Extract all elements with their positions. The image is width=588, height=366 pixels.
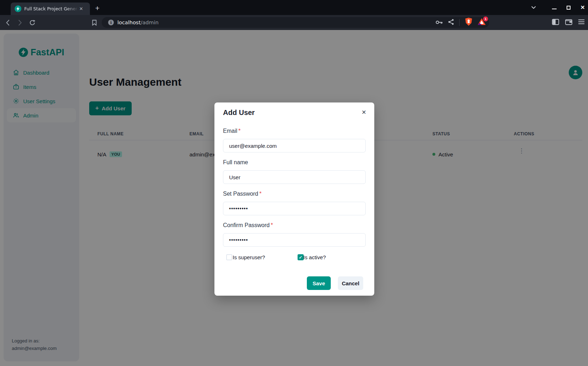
back-button-icon[interactable]: [2, 15, 14, 30]
modal-close-icon[interactable]: ✕: [359, 107, 369, 117]
confirm-password-field[interactable]: [223, 233, 366, 247]
required-asterisk: *: [271, 222, 273, 228]
email-field[interactable]: [223, 139, 366, 152]
browser-tab[interactable]: Full Stack Project Genera ✕: [11, 2, 90, 15]
window-maximize-button[interactable]: [565, 4, 572, 11]
fastapi-favicon-icon: [15, 5, 21, 12]
is-superuser-label: Is superuser?: [233, 254, 265, 260]
url-path: /admin: [141, 20, 158, 25]
tab-title: Full Stack Project Genera: [24, 6, 78, 11]
url-text[interactable]: localhost/admin: [117, 20, 158, 25]
window-minimize-button[interactable]: [551, 4, 557, 11]
menu-hamburger-icon[interactable]: [578, 19, 584, 26]
forward-button-icon[interactable]: [14, 15, 26, 30]
bookmark-icon[interactable]: [88, 15, 100, 30]
tab-search-chevron-icon[interactable]: [530, 4, 537, 11]
required-asterisk: *: [259, 191, 262, 197]
tab-strip: Full Stack Project Genera ✕ + ✕: [0, 0, 588, 15]
full-name-field[interactable]: [223, 170, 366, 184]
site-info-icon[interactable]: i: [108, 20, 114, 25]
brave-rewards-icon[interactable]: 1: [478, 18, 486, 27]
checkbox-row: Is superuser? ✓ Is active?: [214, 254, 374, 261]
address-bar[interactable]: i localhost/admin 1: [102, 17, 489, 28]
toolbar-divider: [459, 19, 460, 26]
is-active-label: Is active?: [303, 254, 326, 260]
is-superuser-checkbox[interactable]: [226, 254, 232, 260]
set-password-label: Set Password*: [223, 191, 262, 197]
email-label: Email*: [223, 128, 240, 134]
brave-shield-icon[interactable]: [465, 17, 472, 27]
confirm-password-label: Confirm Password*: [223, 222, 273, 229]
save-button[interactable]: Save: [307, 276, 331, 290]
saved-password-key-icon[interactable]: [436, 19, 443, 26]
add-user-modal: Add User ✕ Email* Full name Set Password…: [214, 102, 374, 296]
reload-button-icon[interactable]: [26, 15, 38, 30]
is-active-checkbox[interactable]: ✓: [298, 254, 304, 260]
rewards-badge: 1: [483, 16, 488, 21]
required-asterisk: *: [238, 128, 240, 134]
modal-title: Add User: [223, 109, 255, 117]
new-tab-button[interactable]: +: [92, 3, 103, 14]
browser-window: Full Stack Project Genera ✕ + ✕ i local: [0, 0, 588, 366]
window-close-button[interactable]: ✕: [579, 4, 586, 11]
full-name-label: Full name: [223, 159, 248, 166]
url-host: localhost: [117, 20, 141, 25]
sidebar-panel-icon[interactable]: [552, 19, 559, 26]
share-icon[interactable]: [448, 19, 454, 26]
tab-close-icon[interactable]: ✕: [79, 6, 83, 11]
cancel-button[interactable]: Cancel: [338, 276, 363, 290]
set-password-field[interactable]: [223, 202, 366, 215]
wallet-icon[interactable]: [565, 19, 572, 26]
